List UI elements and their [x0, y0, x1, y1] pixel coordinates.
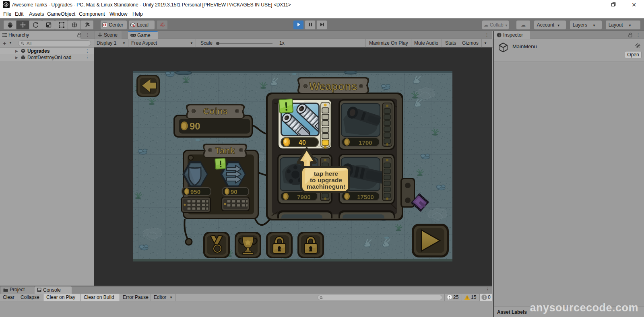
svg-text:tap here: tap here [314, 170, 339, 177]
svg-text:Coins: Coins [203, 106, 227, 116]
svg-text:90: 90 [190, 121, 200, 132]
svg-text:7900: 7900 [297, 193, 310, 200]
svg-text:17500: 17500 [357, 193, 374, 200]
svg-text:to upgrade: to upgrade [310, 177, 342, 183]
svg-text:machinegun!: machinegun! [307, 183, 345, 190]
svg-text:Weapons: Weapons [309, 80, 357, 93]
svg-text:950: 950 [190, 188, 200, 195]
svg-text:90: 90 [231, 188, 237, 195]
svg-text:Tank: Tank [215, 146, 235, 156]
svg-text:40: 40 [299, 139, 306, 146]
svg-text:1700: 1700 [359, 139, 372, 146]
